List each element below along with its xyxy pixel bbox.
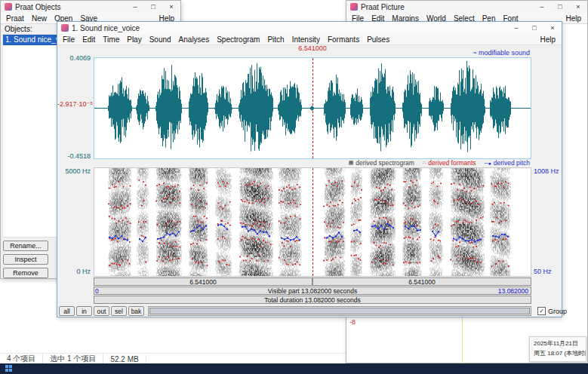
remove-button[interactable]: Remove	[3, 268, 48, 278]
amplitude-min-label: -0.4518	[57, 152, 91, 160]
picture-window-title: Praat Picture	[361, 3, 533, 11]
group-label: Group	[548, 308, 567, 315]
modifiable-sound-label: ~ modifiable sound	[473, 49, 530, 57]
total-duration-bar[interactable]: Total duration 13.082000 seconds	[94, 296, 531, 304]
menu-pulses[interactable]: Pulses	[363, 35, 393, 44]
minimize-icon[interactable]: –	[126, 1, 144, 13]
close-icon[interactable]: ×	[569, 1, 587, 13]
amplitude-max-label: 0.4069	[57, 54, 91, 62]
waveform-panel[interactable]	[94, 57, 531, 159]
explorer-item-count: 4 个项目	[0, 354, 43, 364]
maximize-icon[interactable]: □	[551, 1, 569, 13]
cursor-time-label: 6.541000	[94, 44, 531, 52]
picture-axis-value: -8	[349, 318, 356, 326]
objects-titlebar[interactable]: Praat Objects – □ ×	[1, 1, 180, 13]
visible-end-label: 13.082000	[498, 287, 528, 295]
rename-button[interactable]: Rename...	[3, 241, 48, 251]
explorer-status-bar: 4 个项目 选中 1 个项目 52.2 MB	[0, 353, 346, 364]
menu-new[interactable]: New	[28, 14, 51, 23]
tooltip-time: 周五 18:07 (本地时间)	[534, 349, 582, 359]
menu-spectrogram[interactable]: Spectrogram	[213, 35, 263, 44]
minimize-icon[interactable]: –	[533, 1, 551, 13]
spectrogram-icon: ▦	[349, 160, 354, 166]
menu-formants[interactable]: Formants	[324, 35, 363, 44]
menu-analyses[interactable]: Analyses	[175, 35, 214, 44]
praat-app-icon	[61, 24, 69, 32]
clock-tooltip: 2025年11月21日 周五 18:07 (本地时间)	[529, 336, 586, 362]
explorer-size: 52.2 MB	[103, 355, 146, 363]
zoom-out-button[interactable]: out	[94, 306, 109, 316]
picture-plot-line	[462, 317, 463, 364]
time-scrollbar[interactable]	[148, 306, 531, 316]
cursor-line[interactable]	[312, 168, 313, 276]
praat-app-icon	[5, 3, 12, 11]
pitch-value-label: 1008 Hz	[534, 167, 564, 175]
sound-editor-window: 1. Sound nice_voice – □ × File Edit Time…	[57, 21, 562, 317]
zoom-bak-button[interactable]: bak	[128, 306, 144, 316]
maximize-icon[interactable]: □	[525, 22, 543, 34]
windows-start-icon[interactable]	[5, 365, 13, 372]
time-scrollbar-thumb[interactable]	[149, 308, 530, 314]
menu-intensity[interactable]: Intensity	[288, 35, 324, 44]
menu-pitch[interactable]: Pitch	[263, 35, 288, 44]
editor-titlebar[interactable]: 1. Sound nice_voice – □ ×	[57, 22, 562, 34]
zoom-sel-button[interactable]: sel	[111, 306, 127, 316]
frequency-max-label: 5000 Hz	[57, 167, 91, 175]
menu-sound[interactable]: Sound	[146, 35, 175, 44]
group-control: ✓ Group	[537, 307, 567, 315]
tooltip-date: 2025年11月21日	[534, 339, 582, 349]
pitch-floor-label: 50 Hz	[534, 268, 564, 275]
menu-edit[interactable]: Edit	[79, 35, 99, 44]
taskbar	[0, 363, 588, 374]
group-checkbox[interactable]: ✓	[537, 307, 546, 315]
time-bar-left[interactable]: 6.541000	[94, 277, 312, 286]
maximize-icon[interactable]: □	[144, 1, 162, 13]
formants-icon: ∴	[423, 160, 426, 166]
menu-play[interactable]: Play	[123, 35, 145, 44]
legend-pitch-label: derived pitch	[494, 159, 530, 167]
minimize-icon[interactable]: –	[507, 22, 525, 34]
analysis-legend: ▦ derived spectrogram ∴ derived formants…	[349, 159, 530, 167]
legend-spectrogram-label: derived spectrogram	[356, 159, 414, 167]
close-icon[interactable]: ×	[543, 22, 562, 34]
menu-help[interactable]: Help	[561, 14, 586, 23]
pitch-icon: ─●	[485, 161, 491, 166]
frequency-min-label: 0 Hz	[57, 268, 91, 275]
spectrogram-panel[interactable]	[94, 167, 531, 277]
picture-titlebar[interactable]: Praat Picture – □ ×	[346, 1, 587, 13]
zoom-all-button[interactable]: all	[59, 306, 75, 316]
legend-formants-label: derived formants	[428, 159, 476, 167]
explorer-selected-count: 选中 1 个项目	[43, 354, 103, 364]
menu-help[interactable]: Help	[535, 35, 560, 44]
desktop: 4 个项目 选中 1 个项目 52.2 MB Praat Objects – □…	[0, 0, 588, 374]
menu-time[interactable]: Time	[99, 35, 123, 44]
objects-window-title: Praat Objects	[15, 3, 126, 11]
praat-app-icon	[350, 3, 358, 11]
time-bar-right[interactable]: 6.541000	[312, 277, 531, 286]
visible-part-bar[interactable]: Visible part 13.082000 seconds	[94, 287, 531, 295]
objects-label: Objects:	[5, 25, 32, 33]
zoom-in-button[interactable]: in	[76, 306, 92, 316]
editor-window-title: 1. Sound nice_voice	[72, 24, 507, 32]
inspect-button[interactable]: Inspect	[3, 254, 48, 265]
amplitude-cursor-label: -2.917·10⁻⁵	[57, 100, 91, 108]
close-icon[interactable]: ×	[162, 1, 180, 13]
menu-praat[interactable]: Praat	[2, 14, 28, 23]
editor-menubar: File Edit Time Play Sound Analyses Spect…	[57, 34, 562, 45]
menu-file[interactable]: File	[59, 35, 79, 44]
visible-start-label: 0	[95, 287, 99, 295]
